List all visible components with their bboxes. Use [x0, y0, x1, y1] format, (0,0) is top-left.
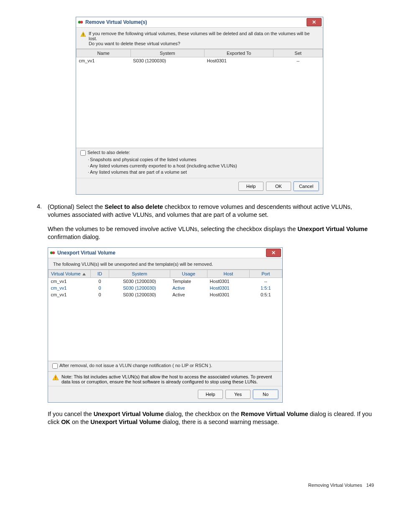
cell-id: 0 [90, 278, 109, 285]
app-icon [50, 250, 56, 256]
sublist-item: Snapshots and physical copies of the lis… [88, 157, 319, 163]
select-also-delete-row: Select to also delete: [76, 148, 323, 157]
app-icon [78, 19, 84, 25]
closing-paragraph: If you cancel the Unexport Virtual Volum… [48, 410, 374, 427]
select-also-delete-sublist: Snapshots and physical copies of the lis… [76, 157, 323, 178]
yes-button[interactable]: Yes [225, 390, 251, 399]
cell-id: 0 [90, 285, 109, 291]
col-port[interactable]: Port [249, 270, 282, 278]
step4-paragraph-2: When the volumes to be removed involve a… [48, 225, 374, 242]
cell-usage: Active [170, 291, 207, 298]
sort-asc-icon [82, 273, 86, 275]
cell-vv: cm_vv1 [49, 278, 91, 285]
note-box: Note: This list includes active VLUN(s) … [48, 371, 282, 386]
unexport-virtual-volume-dialog: Unexport Virtual Volume ✕ The following … [48, 247, 283, 403]
col-id[interactable]: ID [90, 270, 109, 278]
cancel-button[interactable]: Cancel [294, 182, 319, 191]
sublist-item: Any listed volumes that are part of a vo… [88, 169, 319, 175]
after-removal-row: After removal, do not issue a VLUN chang… [48, 361, 282, 371]
svg-rect-9 [55, 379, 56, 380]
cell-port: 1:5:1 [249, 285, 282, 291]
table-row[interactable]: cm_vv1 0 S030 (1200030) Active Host0301 … [49, 285, 282, 291]
col-host[interactable]: Host [207, 270, 250, 278]
col-usage[interactable]: Usage [170, 270, 207, 278]
info-message: The following VLUN(s) will be unexported… [48, 258, 282, 269]
table-row[interactable]: cm_vv1 S030 (1200030) Host0301 -- [77, 57, 323, 64]
col-exported-to[interactable]: Exported To [205, 49, 274, 57]
col-virtual-volume[interactable]: Virtual Volume [49, 270, 91, 278]
step-number: 4. [25, 203, 48, 432]
ok-button[interactable]: OK [266, 182, 291, 191]
cell-set: -- [274, 57, 323, 64]
no-button[interactable]: No [253, 390, 278, 399]
col-system[interactable]: System [109, 270, 170, 278]
vlun-table: Virtual Volume ID System Usage Host Port… [48, 270, 282, 298]
svg-rect-8 [55, 376, 56, 378]
cell-host: Host0301 [207, 285, 250, 291]
cell-name: cm_vv1 [77, 57, 131, 64]
warning-icon [52, 374, 59, 382]
volumes-table: Name System Exported To Set cm_vv1 S030 … [76, 49, 323, 64]
close-button[interactable]: ✕ [307, 18, 322, 26]
table-row[interactable]: cm_vv1 0 S030 (1200030) Active Host0301 … [49, 291, 282, 298]
help-button[interactable]: Help [198, 390, 223, 399]
cell-usage: Active [170, 285, 207, 291]
dialog-titlebar: Remove Virtual Volume(s) ✕ [76, 17, 323, 28]
note-text: Note: This list includes active VLUN(s) … [61, 374, 278, 384]
warning-line-2: Do you want to delete these virtual volu… [89, 41, 319, 46]
sublist-item: Any listed volumes currently exported to… [88, 163, 319, 169]
col-set[interactable]: Set [274, 49, 323, 57]
page-footer: Removing Virtual Volumes 149 [25, 483, 374, 488]
table-header-row: Name System Exported To Set [77, 49, 323, 57]
warning-message: If you remove the following virtual volu… [76, 28, 323, 49]
close-icon: ✕ [271, 250, 276, 255]
button-row: Help OK Cancel [76, 178, 323, 194]
warning-icon [80, 31, 86, 37]
button-row: Help Yes No [48, 386, 282, 402]
close-icon: ✕ [312, 20, 316, 25]
footer-page-number: 149 [366, 483, 374, 488]
dialog-title: Unexport Virtual Volume [57, 250, 115, 256]
cell-usage: Template [170, 278, 207, 285]
cell-system: S030 (1200030) [109, 285, 170, 291]
select-also-delete-checkbox[interactable] [80, 150, 86, 156]
cell-host: Host0301 [207, 291, 250, 298]
col-system[interactable]: System [130, 49, 205, 57]
svg-point-1 [80, 21, 83, 23]
cell-system: S030 (1200030) [109, 278, 170, 285]
cell-host: Host0301 [207, 278, 250, 285]
after-removal-label: After removal, do not issue a VLUN chang… [59, 363, 212, 368]
step4-paragraph-1: (Optional) Select the Select to also del… [48, 203, 374, 219]
select-also-delete-label: Select to also delete: [87, 150, 130, 155]
help-button[interactable]: Help [238, 182, 263, 191]
warning-line-1: If you remove the following virtual volu… [89, 31, 319, 41]
cell-vv: cm_vv1 [49, 291, 91, 298]
table-header-row: Virtual Volume ID System Usage Host Port [49, 270, 282, 278]
table-empty-space [48, 298, 282, 361]
cell-system: S030 (1200030) [109, 291, 170, 298]
close-button[interactable]: ✕ [266, 249, 281, 257]
cell-exported-to: Host0301 [205, 57, 274, 64]
cell-vv: cm_vv1 [49, 285, 91, 291]
svg-rect-3 [83, 33, 83, 35]
dialog-title: Remove Virtual Volume(s) [85, 19, 147, 25]
cell-system: S030 (1200030) [130, 57, 205, 64]
cell-id: 0 [90, 291, 109, 298]
svg-rect-4 [83, 36, 83, 36]
after-removal-checkbox[interactable] [52, 363, 58, 369]
dialog-titlebar: Unexport Virtual Volume ✕ [48, 248, 282, 258]
table-row[interactable]: cm_vv1 0 S030 (1200030) Template Host030… [49, 278, 282, 285]
table-empty-space [76, 64, 323, 148]
footer-title: Removing Virtual Volumes [308, 483, 362, 488]
svg-point-6 [52, 252, 55, 254]
cell-port: 0:5:1 [249, 291, 282, 298]
remove-virtual-volumes-dialog: Remove Virtual Volume(s) ✕ If you remove… [76, 17, 323, 195]
cell-port: -- [249, 278, 282, 285]
col-name[interactable]: Name [77, 49, 131, 57]
